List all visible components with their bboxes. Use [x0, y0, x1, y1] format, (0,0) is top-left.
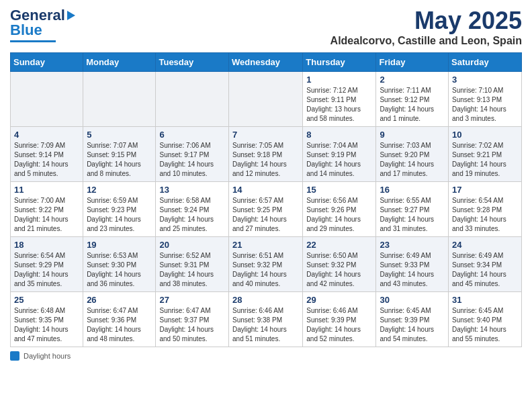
day-number: 24 — [452, 240, 518, 250]
calendar-cell: 1Sunrise: 7:12 AM Sunset: 9:11 PM Daylig… — [303, 72, 376, 127]
calendar-cell: 15Sunrise: 6:56 AM Sunset: 9:26 PM Dayli… — [303, 182, 376, 237]
calendar-cell: 13Sunrise: 6:58 AM Sunset: 9:24 PM Dayli… — [156, 182, 229, 237]
calendar-cell — [11, 72, 83, 127]
day-number: 13 — [159, 185, 225, 195]
day-info: Sunrise: 6:47 AM Sunset: 9:37 PM Dayligh… — [159, 306, 225, 344]
calendar-cell: 8Sunrise: 7:04 AM Sunset: 9:19 PM Daylig… — [303, 127, 376, 182]
weekday-header: Monday — [83, 53, 156, 72]
day-info: Sunrise: 7:07 AM Sunset: 9:15 PM Dayligh… — [87, 141, 152, 179]
day-info: Sunrise: 6:54 AM Sunset: 9:28 PM Dayligh… — [452, 196, 518, 234]
calendar-week-row: 18Sunrise: 6:54 AM Sunset: 9:29 PM Dayli… — [11, 237, 522, 292]
day-number: 19 — [87, 240, 152, 250]
calendar-cell: 24Sunrise: 6:49 AM Sunset: 9:34 PM Dayli… — [449, 237, 522, 292]
day-info: Sunrise: 6:50 AM Sunset: 9:32 PM Dayligh… — [306, 251, 372, 289]
day-info: Sunrise: 7:04 AM Sunset: 9:19 PM Dayligh… — [306, 141, 372, 179]
day-number: 2 — [380, 75, 445, 85]
day-number: 9 — [380, 130, 445, 140]
day-info: Sunrise: 6:58 AM Sunset: 9:24 PM Dayligh… — [159, 196, 225, 234]
day-info: Sunrise: 7:02 AM Sunset: 9:21 PM Dayligh… — [452, 141, 518, 179]
logo-underline — [10, 40, 56, 42]
day-number: 21 — [232, 240, 299, 250]
day-number: 8 — [306, 130, 372, 140]
day-info: Sunrise: 7:12 AM Sunset: 9:11 PM Dayligh… — [306, 86, 372, 124]
calendar-week-row: 1Sunrise: 7:12 AM Sunset: 9:11 PM Daylig… — [11, 72, 522, 127]
calendar-cell: 10Sunrise: 7:02 AM Sunset: 9:21 PM Dayli… — [449, 127, 522, 182]
day-number: 28 — [232, 295, 299, 305]
calendar-cell: 7Sunrise: 7:05 AM Sunset: 9:18 PM Daylig… — [229, 127, 303, 182]
legend-color-box — [10, 351, 19, 361]
weekday-header: Wednesday — [229, 53, 303, 72]
calendar-cell: 22Sunrise: 6:50 AM Sunset: 9:32 PM Dayli… — [303, 237, 376, 292]
calendar-week-row: 25Sunrise: 6:48 AM Sunset: 9:35 PM Dayli… — [11, 292, 522, 347]
day-info: Sunrise: 6:48 AM Sunset: 9:35 PM Dayligh… — [14, 306, 79, 344]
day-info: Sunrise: 7:06 AM Sunset: 9:17 PM Dayligh… — [159, 141, 225, 179]
calendar-cell: 27Sunrise: 6:47 AM Sunset: 9:37 PM Dayli… — [156, 292, 229, 347]
calendar-cell: 23Sunrise: 6:49 AM Sunset: 9:33 PM Dayli… — [376, 237, 449, 292]
weekday-header: Friday — [376, 53, 449, 72]
calendar-cell: 19Sunrise: 6:53 AM Sunset: 9:30 PM Dayli… — [83, 237, 156, 292]
day-info: Sunrise: 6:53 AM Sunset: 9:30 PM Dayligh… — [87, 251, 152, 289]
day-number: 15 — [306, 185, 372, 195]
calendar-week-row: 4Sunrise: 7:09 AM Sunset: 9:14 PM Daylig… — [11, 127, 522, 182]
calendar-cell: 16Sunrise: 6:55 AM Sunset: 9:27 PM Dayli… — [376, 182, 449, 237]
day-info: Sunrise: 6:49 AM Sunset: 9:34 PM Dayligh… — [452, 251, 518, 289]
logo-arrow-icon — [67, 11, 75, 20]
weekday-header: Tuesday — [156, 53, 229, 72]
day-number: 1 — [306, 75, 372, 85]
calendar-cell: 30Sunrise: 6:45 AM Sunset: 9:39 PM Dayli… — [376, 292, 449, 347]
day-number: 16 — [380, 185, 445, 195]
day-number: 7 — [232, 130, 299, 140]
day-info: Sunrise: 7:11 AM Sunset: 9:12 PM Dayligh… — [380, 86, 445, 124]
page-subtitle: Aldealcorvo, Castille and Leon, Spain — [330, 35, 522, 47]
calendar-cell: 14Sunrise: 6:57 AM Sunset: 9:25 PM Dayli… — [229, 182, 303, 237]
calendar-week-row: 11Sunrise: 7:00 AM Sunset: 9:22 PM Dayli… — [11, 182, 522, 237]
day-number: 5 — [87, 130, 152, 140]
calendar-cell — [156, 72, 229, 127]
calendar-cell: 4Sunrise: 7:09 AM Sunset: 9:14 PM Daylig… — [11, 127, 83, 182]
logo: General Blue — [10, 7, 75, 42]
day-number: 3 — [452, 75, 518, 85]
day-number: 25 — [14, 295, 79, 305]
day-number: 27 — [159, 295, 225, 305]
calendar-header-row: SundayMondayTuesdayWednesdayThursdayFrid… — [11, 53, 522, 72]
calendar-cell: 9Sunrise: 7:03 AM Sunset: 9:20 PM Daylig… — [376, 127, 449, 182]
calendar-cell: 25Sunrise: 6:48 AM Sunset: 9:35 PM Dayli… — [11, 292, 83, 347]
day-info: Sunrise: 6:51 AM Sunset: 9:32 PM Dayligh… — [232, 251, 299, 289]
day-number: 26 — [87, 295, 152, 305]
day-info: Sunrise: 6:57 AM Sunset: 9:25 PM Dayligh… — [232, 196, 299, 234]
calendar-cell: 6Sunrise: 7:06 AM Sunset: 9:17 PM Daylig… — [156, 127, 229, 182]
day-info: Sunrise: 6:46 AM Sunset: 9:38 PM Dayligh… — [232, 306, 299, 344]
day-number: 4 — [14, 130, 79, 140]
day-number: 22 — [306, 240, 372, 250]
day-info: Sunrise: 6:59 AM Sunset: 9:23 PM Dayligh… — [87, 196, 152, 234]
day-number: 6 — [159, 130, 225, 140]
calendar-cell: 21Sunrise: 6:51 AM Sunset: 9:32 PM Dayli… — [229, 237, 303, 292]
weekday-header: Sunday — [11, 53, 83, 72]
day-info: Sunrise: 7:09 AM Sunset: 9:14 PM Dayligh… — [14, 141, 79, 179]
header: General Blue May 2025 Aldealcorvo, Casti… — [10, 7, 522, 47]
day-info: Sunrise: 7:00 AM Sunset: 9:22 PM Dayligh… — [14, 196, 79, 234]
day-info: Sunrise: 6:54 AM Sunset: 9:29 PM Dayligh… — [14, 251, 79, 289]
calendar-cell: 17Sunrise: 6:54 AM Sunset: 9:28 PM Dayli… — [449, 182, 522, 237]
calendar-cell: 12Sunrise: 6:59 AM Sunset: 9:23 PM Dayli… — [83, 182, 156, 237]
calendar-cell: 3Sunrise: 7:10 AM Sunset: 9:13 PM Daylig… — [449, 72, 522, 127]
day-info: Sunrise: 6:49 AM Sunset: 9:33 PM Dayligh… — [380, 251, 445, 289]
day-info: Sunrise: 6:52 AM Sunset: 9:31 PM Dayligh… — [159, 251, 225, 289]
title-area: May 2025 Aldealcorvo, Castille and Leon,… — [330, 7, 522, 47]
day-number: 17 — [452, 185, 518, 195]
day-number: 20 — [159, 240, 225, 250]
day-info: Sunrise: 6:46 AM Sunset: 9:39 PM Dayligh… — [306, 306, 372, 344]
day-number: 12 — [87, 185, 152, 195]
calendar-cell: 26Sunrise: 6:47 AM Sunset: 9:36 PM Dayli… — [83, 292, 156, 347]
day-info: Sunrise: 6:45 AM Sunset: 9:40 PM Dayligh… — [452, 306, 518, 344]
page-title: May 2025 — [330, 7, 522, 35]
calendar-cell: 5Sunrise: 7:07 AM Sunset: 9:15 PM Daylig… — [83, 127, 156, 182]
day-info: Sunrise: 6:45 AM Sunset: 9:39 PM Dayligh… — [380, 306, 445, 344]
calendar-cell: 20Sunrise: 6:52 AM Sunset: 9:31 PM Dayli… — [156, 237, 229, 292]
calendar-cell: 2Sunrise: 7:11 AM Sunset: 9:12 PM Daylig… — [376, 72, 449, 127]
calendar-cell: 31Sunrise: 6:45 AM Sunset: 9:40 PM Dayli… — [449, 292, 522, 347]
day-number: 31 — [452, 295, 518, 305]
day-info: Sunrise: 7:10 AM Sunset: 9:13 PM Dayligh… — [452, 86, 518, 124]
calendar-cell: 18Sunrise: 6:54 AM Sunset: 9:29 PM Dayli… — [11, 237, 83, 292]
day-info: Sunrise: 6:55 AM Sunset: 9:27 PM Dayligh… — [380, 196, 445, 234]
